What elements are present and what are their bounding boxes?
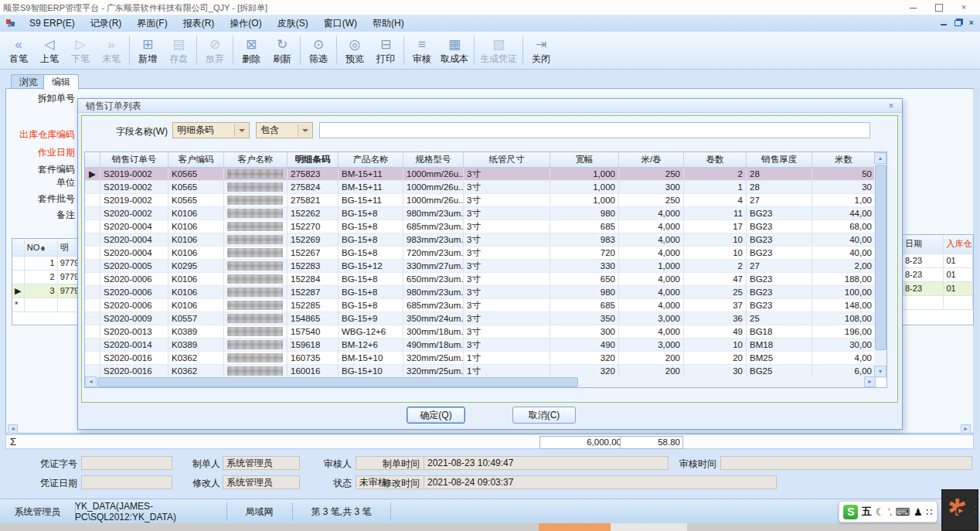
- scroll-right-icon[interactable]: ►: [864, 376, 876, 387]
- table-row[interactable]: S2019-0002K0565275821BG-15+111000mm/26u.…: [85, 194, 886, 207]
- column-header-no[interactable]: NO: [25, 239, 58, 256]
- column-header-销售订单号[interactable]: 销售订单号: [100, 152, 168, 167]
- menu-item-4[interactable]: 皮肤(S): [270, 15, 316, 32]
- punctuation-icon[interactable]: ’,: [888, 508, 892, 516]
- cell: 4,000: [619, 299, 684, 312]
- filter-search-input[interactable]: [319, 122, 870, 138]
- corner-app-widget[interactable]: ✱ ▶ ··: [941, 489, 978, 531]
- vertical-scrollbar[interactable]: ▲ ▼: [874, 152, 886, 377]
- toolbar-button-筛选[interactable]: ⊙筛选: [303, 32, 334, 68]
- new-row[interactable]: *: [12, 298, 82, 312]
- column-header-warehouse[interactable]: 入库仓库: [944, 235, 973, 254]
- toolbar-button-审核[interactable]: ≡审核: [407, 32, 437, 68]
- voucher-date-field[interactable]: [81, 475, 172, 489]
- menu-item-6[interactable]: 帮助(H): [365, 15, 412, 32]
- dialog-title-bar[interactable]: 销售订单列表 ×: [78, 99, 902, 113]
- tab-browse[interactable]: 浏览: [11, 74, 46, 90]
- column-header-米/卷[interactable]: 米/卷: [619, 152, 684, 167]
- person-icon[interactable]: ♟: [914, 506, 923, 518]
- table-row[interactable]: 8-2301: [903, 268, 973, 282]
- page-scroll-right-icon[interactable]: ►: [961, 424, 971, 434]
- horizontal-scroll-thumb[interactable]: [97, 377, 578, 387]
- scroll-down-icon[interactable]: ▼: [874, 366, 886, 377]
- menu-item-1[interactable]: 界面(F): [129, 15, 175, 32]
- table-row[interactable]: S2020-0014K0389159618BM-12+6490mm/18um..…: [85, 339, 886, 352]
- column-header-客户名称[interactable]: 客户名称: [224, 152, 288, 167]
- ime-mode-label[interactable]: 五: [862, 505, 872, 519]
- toolbar-button-首笔[interactable]: «首笔: [3, 32, 34, 68]
- taskbar-active-app[interactable]: [539, 523, 611, 531]
- minimize-icon[interactable]: [901, 2, 924, 13]
- horizontal-scrollbar[interactable]: ◄ ►: [85, 376, 876, 387]
- table-row[interactable]: S2020-0006K0106152287BG-15+8980mm/23um..…: [85, 286, 886, 299]
- moon-icon[interactable]: ☾: [876, 506, 885, 518]
- toolbar-button-新增[interactable]: ⊞新增: [132, 32, 163, 68]
- mdi-minimize-icon[interactable]: [941, 24, 947, 26]
- column-header-date[interactable]: 日期: [903, 235, 944, 254]
- page-scroll-left-icon[interactable]: ◄: [8, 424, 18, 434]
- dialog-close-icon[interactable]: ×: [885, 100, 897, 112]
- chevron-down-icon[interactable]: [234, 124, 248, 137]
- mdi-restore-icon[interactable]: [954, 20, 961, 26]
- table-row[interactable]: S2020-0002K0106152262BG-15+8980mm/23um..…: [85, 207, 886, 220]
- menu-item-0[interactable]: 记录(R): [83, 15, 130, 32]
- toolbar-button-打印[interactable]: ⊟打印: [370, 32, 401, 68]
- table-row[interactable]: S2020-0006K0106152284BG-15+8650mm/23um..…: [85, 273, 886, 286]
- toolbar-button-删除[interactable]: ⊠删除: [236, 32, 267, 68]
- table-row[interactable]: S2020-0006K0106152285BG-15+8685mm/23um..…: [85, 299, 886, 312]
- table-row[interactable]: S2020-0004K0106152270BG-15+8685mm/23um..…: [85, 220, 886, 233]
- column-header-销售厚度[interactable]: 销售厚度: [747, 152, 812, 167]
- cell: 720mm/23um...: [403, 247, 464, 260]
- cancel-button[interactable]: 取消(C): [512, 407, 576, 424]
- column-header-米数[interactable]: 米数: [812, 152, 876, 167]
- toolbar-button-预览[interactable]: ◎预览: [339, 32, 370, 68]
- column-header-卷数[interactable]: 卷数: [684, 152, 747, 167]
- tab-edit[interactable]: 编辑: [43, 74, 79, 90]
- table-row[interactable]: 8-2301: [903, 282, 973, 296]
- voucher-no-field[interactable]: [81, 456, 172, 470]
- column-header-纸管尺寸[interactable]: 纸管尺寸: [464, 152, 550, 167]
- toolbox-icon[interactable]: ∷: [926, 506, 932, 518]
- column-header-明细条码[interactable]: 明细条码: [288, 152, 339, 167]
- maximize-icon[interactable]: [927, 2, 951, 13]
- toolbar-button-上笔[interactable]: ◁上笔: [34, 32, 65, 68]
- vertical-scroll-thumb[interactable]: [875, 165, 886, 350]
- ok-button[interactable]: 确定(Q): [407, 407, 465, 424]
- scroll-left-icon[interactable]: ◄: [85, 376, 97, 387]
- menu-item-3[interactable]: 操作(O): [222, 15, 269, 32]
- table-row[interactable]: S2020-0004K0106152267BG-15+8720mm/23um..…: [85, 247, 886, 260]
- filter-operator-combobox[interactable]: 包含: [256, 122, 313, 138]
- table-row[interactable]: S2019-0002K0565275824BM-15+111000mm/26u.…: [85, 181, 886, 194]
- table-row[interactable]: S2020-0013K0389157540WBG-12+6300mm/18um.…: [85, 325, 886, 339]
- mdi-close-icon[interactable]: ×: [969, 17, 974, 28]
- table-row[interactable]: S2020-0005K0295152283BG-15+12330mm/27um.…: [85, 260, 886, 273]
- prev-record-icon: ◁: [44, 36, 54, 53]
- toolbar-button-取成本[interactable]: ▦取成本: [437, 32, 471, 68]
- table-row[interactable]: S2020-0009K0557154865BG-15+9350mm/24um..…: [85, 312, 886, 325]
- sogou-logo-icon[interactable]: S: [843, 505, 858, 519]
- table-row[interactable]: ▶S2019-0002K0565275823BM-15+111000mm/26u…: [85, 168, 886, 181]
- column-header-宽幅[interactable]: 宽幅: [550, 152, 619, 167]
- scroll-up-icon[interactable]: ▲: [874, 152, 886, 164]
- table-row[interactable]: S2020-0016K0362160735BM-15+10320mm/25um.…: [85, 352, 886, 365]
- menu-item-s9erp[interactable]: S9 ERP(E): [22, 15, 83, 32]
- chevron-down-icon[interactable]: [298, 124, 311, 137]
- column-header-规格型号[interactable]: 规格型号: [403, 152, 464, 167]
- column-header-客户编码[interactable]: 客户编码: [168, 152, 224, 167]
- table-row[interactable]: 8-2301: [903, 254, 973, 268]
- table-row[interactable]: 197792: [12, 257, 82, 271]
- filter-field-combobox[interactable]: 明细条码: [172, 122, 250, 138]
- table-row[interactable]: 297792: [12, 271, 82, 284]
- menu-item-2[interactable]: 报表(R): [175, 15, 223, 32]
- keyboard-icon[interactable]: ⌨: [896, 506, 910, 518]
- taskbar-app[interactable]: [611, 523, 687, 531]
- toolbar-button-刷新[interactable]: ↻刷新: [267, 32, 298, 68]
- table-row[interactable]: ▶397792: [12, 284, 82, 298]
- widget-menu-dots-icon[interactable]: ··: [974, 504, 976, 515]
- cell: 157540: [288, 325, 339, 339]
- toolbar-button-关闭[interactable]: ⇥关闭: [526, 32, 556, 68]
- table-row[interactable]: S2020-0004K0106152269BG-15+8983mm/23um..…: [85, 233, 886, 247]
- close-icon[interactable]: ×: [952, 2, 975, 13]
- column-header-产品名称[interactable]: 产品名称: [339, 152, 403, 167]
- menu-item-5[interactable]: 窗口(W): [316, 15, 365, 32]
